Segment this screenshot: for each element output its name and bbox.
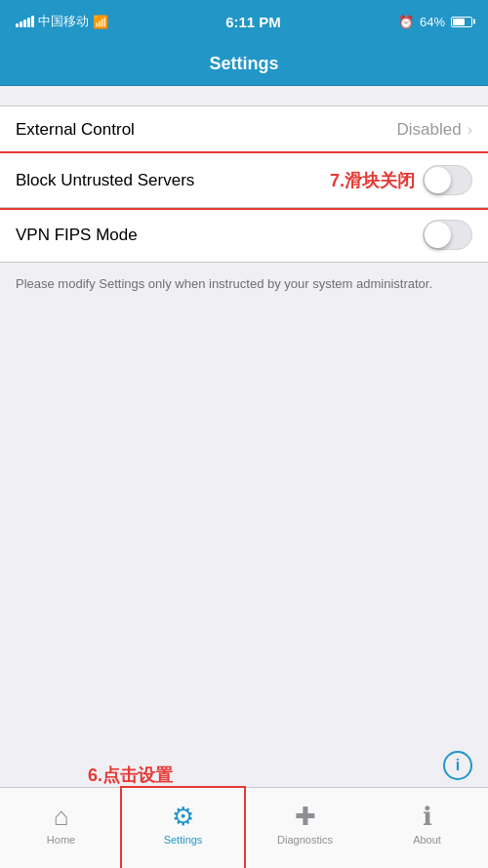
about-icon: ℹ xyxy=(423,802,432,832)
block-untrusted-servers-row[interactable]: Block Untrusted Servers 7.滑块关闭 xyxy=(0,153,488,208)
settings-icon: ⚙ xyxy=(172,802,194,832)
vpn-fips-thumb xyxy=(425,222,451,248)
tab-label-settings: Settings xyxy=(164,834,203,846)
status-time: 6:11 PM xyxy=(225,14,281,30)
signal-icon xyxy=(16,16,34,27)
block-untrusted-toggle[interactable] xyxy=(423,165,472,195)
info-icon[interactable]: i xyxy=(443,751,472,780)
tab-item-home[interactable]: ⌂ Home xyxy=(0,788,122,868)
external-control-text: Disabled xyxy=(397,120,462,140)
block-untrusted-label: Block Untrusted Servers xyxy=(16,171,194,190)
content-area: External Control Disabled › Block Untrus… xyxy=(0,105,488,306)
block-untrusted-controls: 7.滑块关闭 xyxy=(330,165,472,195)
home-icon: ⌂ xyxy=(54,802,69,832)
vpn-fips-row[interactable]: VPN FIPS Mode xyxy=(0,208,488,262)
nav-title: Settings xyxy=(209,54,278,74)
alarm-icon: ⏰ xyxy=(398,15,414,29)
tab-item-settings[interactable]: ⚙ Settings xyxy=(122,788,244,868)
vpn-fips-label: VPN FIPS Mode xyxy=(16,226,138,245)
tab-bar: ⌂ Home ⚙ Settings ✚ Diagnostics ℹ About xyxy=(0,787,488,868)
tab-item-about[interactable]: ℹ About xyxy=(366,788,488,868)
info-icon-container[interactable]: i xyxy=(443,751,472,780)
vpn-fips-toggle[interactable] xyxy=(423,220,472,250)
annotation-7-text: 7.滑块关闭 xyxy=(330,169,415,192)
settings-description: Please modify Settings only when instruc… xyxy=(0,263,488,306)
settings-group: External Control Disabled › Block Untrus… xyxy=(0,105,488,263)
toggle-thumb xyxy=(425,167,451,193)
status-right: ⏰ 64% xyxy=(398,15,472,29)
tab-label-diagnostics: Diagnostics xyxy=(277,834,333,846)
wifi-icon: 📶 xyxy=(93,15,108,29)
tab-label-home: Home xyxy=(47,834,75,846)
tab-label-about: About xyxy=(413,834,441,846)
carrier-name: 中国移动 xyxy=(38,13,89,30)
external-control-row[interactable]: External Control Disabled › xyxy=(0,106,488,153)
external-control-value: Disabled › xyxy=(397,120,472,140)
status-left: 中国移动 📶 xyxy=(16,13,108,30)
nav-bar: Settings xyxy=(0,43,488,86)
battery-icon xyxy=(451,17,472,27)
diagnostics-icon: ✚ xyxy=(295,802,316,832)
chevron-icon: › xyxy=(468,121,472,139)
status-bar: 中国移动 📶 6:11 PM ⏰ 64% xyxy=(0,0,488,43)
external-control-label: External Control xyxy=(16,120,135,140)
annotation-6-text: 6.点击设置 xyxy=(88,764,173,787)
battery-percent: 64% xyxy=(420,15,445,29)
tab-item-diagnostics[interactable]: ✚ Diagnostics xyxy=(244,788,366,868)
